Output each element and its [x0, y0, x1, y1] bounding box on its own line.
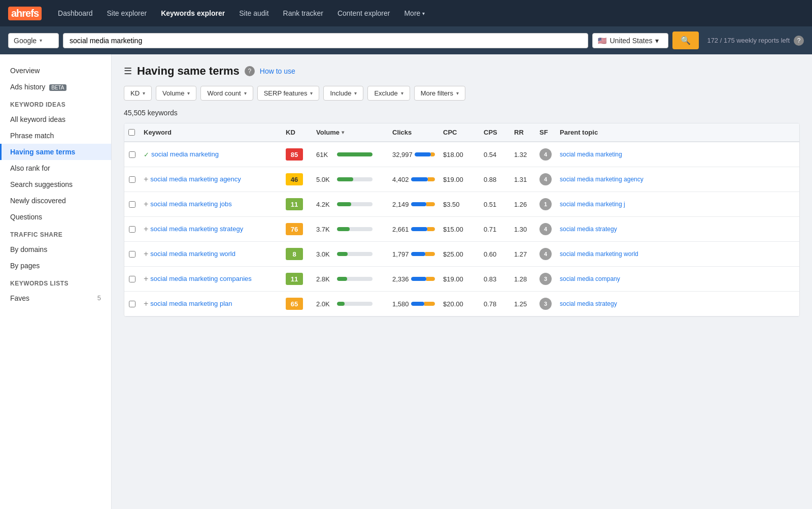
- parent-topic-link[interactable]: social media company: [560, 275, 620, 282]
- search-button[interactable]: 🔍: [672, 31, 699, 49]
- parent-topic-link[interactable]: social media marketing: [560, 151, 622, 158]
- row-checkbox[interactable]: [129, 151, 136, 158]
- sidebar-item-questions[interactable]: Questions: [0, 209, 111, 225]
- sf-badge[interactable]: 4: [539, 148, 552, 161]
- row-sf-cell: 4: [535, 173, 556, 185]
- sidebar-item-search-suggestions[interactable]: Search suggestions: [0, 176, 111, 193]
- keyword-link[interactable]: social media marketing: [151, 150, 219, 159]
- parent-topic-link[interactable]: social media strategy: [560, 226, 617, 233]
- reports-help-icon[interactable]: ?: [794, 36, 804, 46]
- row-checkbox-cell[interactable]: [124, 151, 140, 158]
- exclude-filter-caret: ▾: [401, 90, 403, 96]
- plus-mark-icon[interactable]: +: [144, 274, 148, 283]
- table-col-parent-topic[interactable]: Parent topic: [556, 129, 657, 136]
- filter-kd[interactable]: KD ▾: [124, 86, 152, 101]
- sidebar-item-phrase-match[interactable]: Phrase match: [0, 128, 111, 144]
- plus-mark-icon[interactable]: +: [144, 175, 148, 184]
- sf-badge[interactable]: 4: [539, 223, 552, 235]
- select-all-checkbox[interactable]: [128, 129, 135, 136]
- row-volume-cell: 61K: [312, 151, 388, 158]
- menu-icon[interactable]: ☰: [124, 66, 132, 77]
- help-icon[interactable]: ?: [245, 66, 255, 76]
- plus-mark-icon[interactable]: +: [144, 225, 148, 234]
- sidebar-item-newly-discovered[interactable]: Newly discovered: [0, 193, 111, 209]
- plus-mark-icon[interactable]: +: [144, 299, 148, 308]
- sidebar-item-by-domains[interactable]: By domains: [0, 241, 111, 258]
- sf-badge[interactable]: 1: [539, 198, 552, 210]
- filter-volume[interactable]: Volume ▾: [156, 86, 196, 101]
- row-checkbox-cell[interactable]: [124, 301, 140, 307]
- plus-mark-icon[interactable]: +: [144, 249, 148, 259]
- sf-badge[interactable]: 4: [539, 173, 552, 185]
- logo[interactable]: ahrefs: [8, 7, 42, 20]
- row-checkbox[interactable]: [129, 226, 136, 233]
- plus-mark-icon[interactable]: +: [144, 200, 148, 209]
- beta-badge: BETA: [49, 84, 66, 91]
- sidebar-item-also-rank-for[interactable]: Also rank for: [0, 160, 111, 176]
- nav-item-more[interactable]: More ▾: [398, 6, 431, 20]
- country-select[interactable]: 🇺🇸 United States ▾: [592, 33, 668, 48]
- row-checkbox[interactable]: [129, 176, 136, 183]
- row-volume-cell: 3.7K: [312, 226, 388, 233]
- table-col-clicks[interactable]: Clicks: [388, 129, 439, 136]
- engine-select[interactable]: Google ▾: [8, 33, 59, 48]
- keyword-link[interactable]: social media marketing world: [150, 249, 235, 259]
- filter-word-count[interactable]: Word count ▾: [200, 86, 253, 101]
- table-col-volume[interactable]: Volume ▾: [312, 129, 388, 136]
- row-clicks-cell: 2,661: [388, 226, 439, 233]
- sidebar-item-overview[interactable]: Overview: [0, 62, 111, 79]
- table-col-cps[interactable]: CPS: [480, 129, 510, 136]
- nav-item-keywords-explorer[interactable]: Keywords explorer: [155, 6, 231, 20]
- parent-topic-link[interactable]: social media marketing world: [560, 250, 638, 258]
- table-col-cpc[interactable]: CPC: [439, 129, 480, 136]
- row-checkbox-cell[interactable]: [124, 251, 140, 258]
- row-checkbox-cell[interactable]: [124, 176, 140, 183]
- sidebar-item-ads-history[interactable]: Ads history BETA: [0, 79, 111, 95]
- sidebar-item-faves[interactable]: Faves 5: [0, 290, 111, 306]
- row-parent-topic-cell: social media marketing: [556, 150, 657, 159]
- parent-topic-link[interactable]: social media marketing j: [560, 201, 625, 208]
- filter-exclude[interactable]: Exclude ▾: [367, 86, 410, 101]
- sf-badge[interactable]: 3: [539, 273, 552, 285]
- nav-item-site-explorer[interactable]: Site explorer: [101, 6, 153, 20]
- more-filters-caret: ▾: [456, 90, 459, 96]
- kd-badge: 46: [286, 173, 303, 185]
- keyword-link[interactable]: social media marketing strategy: [150, 225, 243, 234]
- how-to-use-link[interactable]: How to use: [260, 67, 295, 75]
- search-input[interactable]: [70, 37, 582, 45]
- keyword-link[interactable]: social media marketing plan: [150, 299, 232, 308]
- row-checkbox-cell[interactable]: [124, 201, 140, 208]
- table-col-kd[interactable]: KD: [282, 129, 312, 136]
- nav-item-content-explorer[interactable]: Content explorer: [331, 6, 396, 20]
- volume-value: 2.0K: [316, 300, 334, 308]
- nav-item-site-audit[interactable]: Site audit: [233, 6, 275, 20]
- row-checkbox-cell[interactable]: [124, 226, 140, 233]
- sidebar-item-by-pages[interactable]: By pages: [0, 258, 111, 274]
- sf-badge[interactable]: 3: [539, 298, 552, 310]
- row-parent-topic-cell: social media marketing world: [556, 250, 657, 259]
- sidebar-item-having-same-terms[interactable]: Having same terms: [0, 144, 111, 160]
- table-header: Keyword KD Volume ▾ Clicks CPC CPS RR SF…: [124, 123, 799, 142]
- row-checkbox[interactable]: [129, 251, 136, 258]
- filter-serp-features[interactable]: SERP features ▾: [257, 86, 320, 101]
- row-keyword-cell: + social media marketing strategy: [140, 225, 282, 234]
- row-checkbox[interactable]: [129, 301, 136, 307]
- filter-more[interactable]: More filters ▾: [414, 86, 465, 101]
- keyword-link[interactable]: social media marketing agency: [150, 175, 241, 184]
- sf-badge[interactable]: 4: [539, 248, 552, 260]
- parent-topic-link[interactable]: social media strategy: [560, 300, 617, 307]
- page-header: ☰ Having same terms ? How to use: [124, 65, 800, 78]
- sidebar-item-all-keyword-ideas[interactable]: All keyword ideas: [0, 111, 111, 128]
- table-header-checkbox[interactable]: [124, 129, 140, 136]
- row-checkbox-cell[interactable]: [124, 276, 140, 282]
- nav-item-dashboard[interactable]: Dashboard: [52, 6, 99, 20]
- row-checkbox[interactable]: [129, 201, 136, 208]
- keyword-link[interactable]: social media marketing jobs: [150, 200, 231, 209]
- row-checkbox[interactable]: [129, 276, 136, 282]
- filter-include[interactable]: Include ▾: [323, 86, 363, 101]
- nav-item-rank-tracker[interactable]: Rank tracker: [277, 6, 329, 20]
- keyword-link[interactable]: social media marketing companies: [150, 274, 251, 283]
- table-col-sf[interactable]: SF: [535, 129, 556, 136]
- table-col-rr[interactable]: RR: [510, 129, 535, 136]
- parent-topic-link[interactable]: social media marketing agency: [560, 176, 644, 183]
